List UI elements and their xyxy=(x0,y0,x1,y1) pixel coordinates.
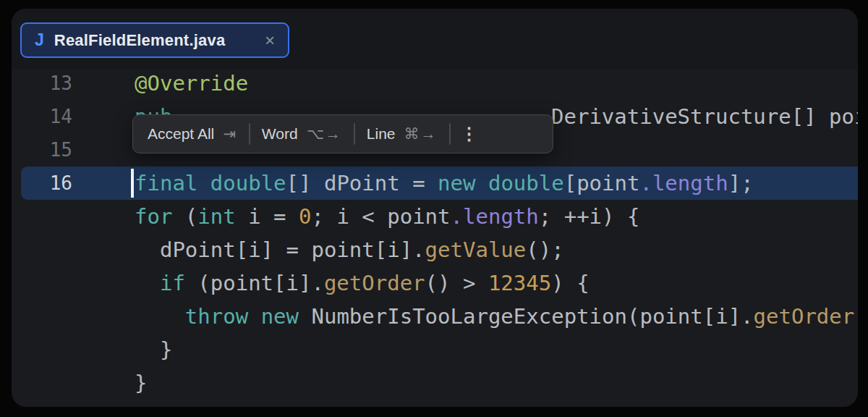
editor[interactable]: 13@Override14pubDerivativeStructure[] po… xyxy=(12,9,858,407)
text-caret xyxy=(131,169,134,198)
code-line[interactable]: 13@Override xyxy=(12,67,858,100)
editor-tab[interactable]: J RealFieldElement.java × xyxy=(20,22,289,58)
code-text: throw new NumberIsTooLargeException(poin… xyxy=(135,300,858,333)
code-line[interactable]: dPoint[i] = point[i].getValue(); xyxy=(12,233,858,266)
code-line[interactable]: throw new NumberIsTooLargeException(poin… xyxy=(12,300,858,333)
code-text: final double[] dPoint = new double[point… xyxy=(135,167,754,200)
tab-key-icon: ⇥ xyxy=(223,125,237,143)
accept-word-button[interactable]: Word ⌥→ xyxy=(250,115,354,153)
code-line[interactable]: } xyxy=(12,366,858,400)
java-file-icon: J xyxy=(35,30,44,50)
code-text: for (int i = 0; i < point.length; ++i) { xyxy=(135,200,639,233)
line-number: 15 xyxy=(12,133,72,167)
line-number: 14 xyxy=(12,100,72,133)
code-text: } xyxy=(135,333,172,366)
code-text: @Override xyxy=(135,67,248,100)
accept-word-label: Word xyxy=(262,125,298,143)
accept-all-label: Accept All xyxy=(148,125,214,143)
line-number: 13 xyxy=(12,67,72,100)
code-line[interactable]: 16final double[] dPoint = new double[poi… xyxy=(12,167,858,200)
inline-completion-popup: Accept All ⇥ Word ⌥→ Line ⌘→ ⋮ xyxy=(132,114,553,153)
code-line[interactable]: } xyxy=(12,333,858,366)
accept-line-label: Line xyxy=(367,125,396,143)
code-line[interactable]: for (int i = 0; i < point.length; ++i) { xyxy=(12,200,858,233)
code-text: if (point[i].getOrder() > 12345) { xyxy=(135,266,590,300)
vertical-ellipsis-icon: ⋮ xyxy=(461,124,478,144)
app-window: 13@Override14pubDerivativeStructure[] po… xyxy=(12,9,858,407)
code-line[interactable]: if (point[i].getOrder() > 12345) { xyxy=(12,266,858,300)
more-options-button[interactable]: ⋮ xyxy=(451,115,488,153)
accept-all-button[interactable]: Accept All ⇥ xyxy=(136,115,249,153)
code-text: } xyxy=(135,366,147,400)
clipped-code-fragment: DerivativeStructure[] point xyxy=(551,100,858,133)
tab-filename: RealFieldElement.java xyxy=(54,31,226,50)
accept-line-button[interactable]: Line ⌘→ xyxy=(355,115,449,153)
close-icon[interactable]: × xyxy=(265,32,275,49)
option-right-arrow-icon: ⌥→ xyxy=(307,125,342,143)
line-number: 16 xyxy=(12,167,72,200)
code-text: dPoint[i] = point[i].getValue(); xyxy=(135,233,564,266)
cmd-right-arrow-icon: ⌘→ xyxy=(404,125,438,143)
